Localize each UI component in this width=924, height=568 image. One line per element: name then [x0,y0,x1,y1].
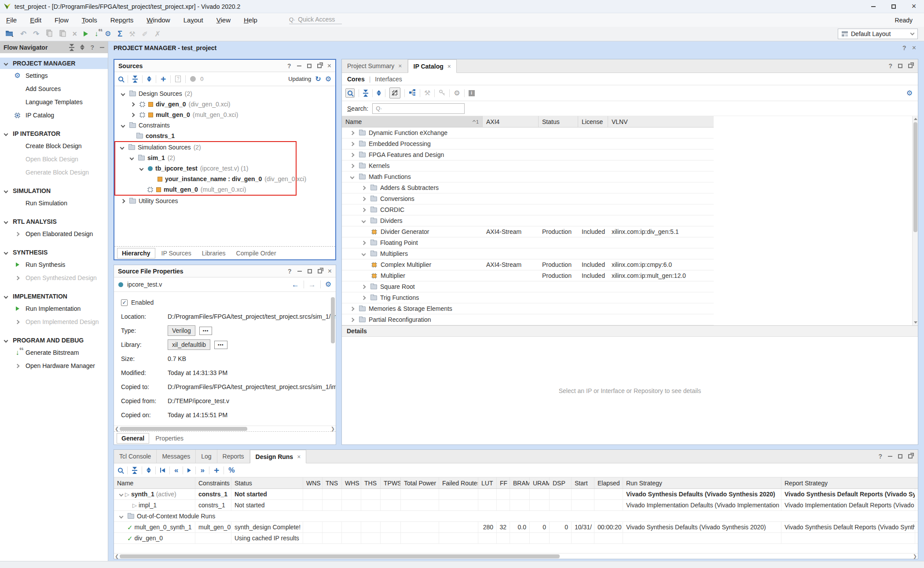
column-lut[interactable]: LUT [478,477,497,488]
library-browse-button[interactable]: ••• [214,341,227,349]
chevron-right-icon[interactable] [350,317,354,322]
ip-row-embedded-processing[interactable]: Embedded Processing [342,138,714,149]
help-icon[interactable]: ? [288,268,292,275]
minimize-panel-icon[interactable] [297,271,302,272]
column-name[interactable]: Name [114,477,195,488]
flow-item-settings[interactable]: ⚙Settings [0,69,108,82]
chevron-right-icon[interactable] [361,295,366,300]
column-uram[interactable]: URAM [530,477,550,488]
chevron-down-icon[interactable] [120,145,124,149]
column-axi4[interactable]: AXI4 [483,116,539,127]
tree-row-design-sources[interactable]: Design Sources(2) [114,88,335,99]
flow-item-open-elaborated-design[interactable]: Open Elaborated Design [0,227,108,240]
chevron-down-icon[interactable] [119,514,123,518]
tree-row-div-gen-0[interactable]: div_gen_0(div_gen_0.xci) [114,99,335,109]
tree-row-mult-gen-0[interactable]: mult_gen_0(mult_gen_0.xci) [114,109,335,120]
scroll-up-icon[interactable] [914,118,917,120]
ip-row-partial-reconfiguration[interactable]: Partial Reconfiguration [342,314,714,325]
menu-file[interactable]: File [6,16,17,24]
flow-item-run-implementation[interactable]: Run Implementation [0,302,108,315]
tab-libraries[interactable]: Libraries [198,248,230,258]
expand-all-icon[interactable] [147,467,151,473]
flow-item-open-hardware-manager[interactable]: Open Hardware Manager [0,359,108,372]
column-constraints[interactable]: Constraints [195,477,231,488]
fast-forward-icon[interactable]: » [200,466,204,475]
report-sigma-icon[interactable]: Σ [117,29,122,39]
tab-log[interactable]: Log [196,450,217,463]
chevron-down-icon[interactable] [129,156,134,160]
search-toggle-icon[interactable] [345,88,355,98]
ip-row-dividers[interactable]: Dividers [342,215,714,226]
ip-search-input[interactable]: Q· [372,103,465,114]
flow-item-run-simulation[interactable]: Run Simulation [0,197,108,210]
chevron-down-icon[interactable] [121,123,125,127]
column-start[interactable]: Start [572,477,594,488]
library-value-box[interactable]: xil_defaultlib [168,339,210,350]
run-row-synth-1[interactable]: ▷ synth_1 (active) constrs_1 Not started… [114,489,918,500]
float-panel-icon[interactable] [317,64,322,68]
column-whs[interactable]: WHS [342,477,361,488]
scrollbar-thumb[interactable] [913,122,917,232]
column-total-power[interactable]: Total Power [401,477,439,488]
minimize-panel-icon[interactable] [297,66,301,66]
flow-item-ip-catalog[interactable]: IP Catalog [0,109,108,122]
delete-icon[interactable]: × [73,29,77,39]
flow-section-header[interactable]: PROGRAM AND DEBUG [0,335,108,346]
menu-reports[interactable]: Reports [110,16,134,24]
chevron-right-icon[interactable] [350,131,354,135]
redo-icon[interactable]: ↷ [33,30,39,38]
close-icon[interactable]: × [912,44,916,51]
window-maximize-button[interactable] [884,0,904,13]
add-sources-icon[interactable]: + [161,74,166,84]
tab-tcl-console[interactable]: Tcl Console [114,450,157,463]
float-panel-icon[interactable] [908,454,913,459]
column-failed-routes[interactable]: Failed Routes [439,477,478,488]
chevron-right-icon[interactable] [361,197,366,201]
chevron-right-icon[interactable] [361,186,366,190]
open-project-icon[interactable] [5,29,14,38]
ip-row-cordic[interactable]: CORDIC [342,204,714,215]
menu-tools[interactable]: Tools [82,16,97,24]
percent-icon[interactable]: % [228,466,235,474]
run-row-ooc-group[interactable]: Out-of-Context Module Runs [114,511,918,522]
minimize-panel-icon[interactable] [100,47,104,48]
ip-row-memories-storage[interactable]: Memories & Storage Elements [342,303,714,314]
chevron-right-icon[interactable] [130,102,135,106]
window-minimize-button[interactable] [863,0,884,13]
float-panel-icon[interactable] [908,64,913,68]
column-status[interactable]: Status [231,477,303,488]
ip-row-square-root[interactable]: Square Root [342,281,714,292]
type-value-box[interactable]: Verilog [168,325,195,336]
play-icon[interactable] [187,466,191,474]
ip-row-multipliers[interactable]: Multipliers [342,248,714,259]
collapse-all-icon[interactable] [69,44,74,51]
expand-all-icon[interactable] [147,76,151,82]
vertical-scrollbar[interactable] [912,116,918,325]
column-dsp[interactable]: DSP [550,477,572,488]
ip-row-multiplier[interactable]: MultiplierProductionIncludedxilinx.com:i… [342,270,714,281]
ip-row-trig-functions[interactable]: Trig Functions [342,292,714,303]
ip-row-fpga-features[interactable]: FPGA Features and Design [342,149,714,160]
minimize-panel-icon[interactable] [888,456,892,457]
chevron-right-icon[interactable] [350,142,354,146]
chevron-right-icon[interactable] [350,153,354,157]
help-icon[interactable]: ? [287,62,291,69]
help-icon[interactable]: ? [878,453,882,460]
flow-item-run-synthesis[interactable]: Run Synthesis [0,258,108,271]
flow-item-add-sources[interactable]: Add Sources [0,82,108,95]
column-wns[interactable]: WNS [303,477,323,488]
ip-row-complex-multiplier[interactable]: Complex MultiplierAXI4-StreamProductionI… [342,259,714,270]
horizontal-scrollbar[interactable]: ❮ ❯ [114,553,918,559]
chevron-right-icon[interactable] [361,208,366,212]
column-bram[interactable]: BRAM [510,477,530,488]
ip-filter-icon[interactable] [389,87,400,98]
vertical-scrollbar[interactable] [331,297,335,343]
help-icon[interactable]: ? [902,44,906,51]
column-name[interactable]: Name1 [342,116,483,127]
column-license[interactable]: License [578,116,608,127]
float-panel-icon[interactable] [318,269,322,273]
scrollbar-thumb[interactable] [120,427,247,431]
menu-layout[interactable]: Layout [183,16,203,24]
menu-view[interactable]: View [216,16,231,24]
tab-hierarchy[interactable]: Hierarchy [117,248,155,259]
